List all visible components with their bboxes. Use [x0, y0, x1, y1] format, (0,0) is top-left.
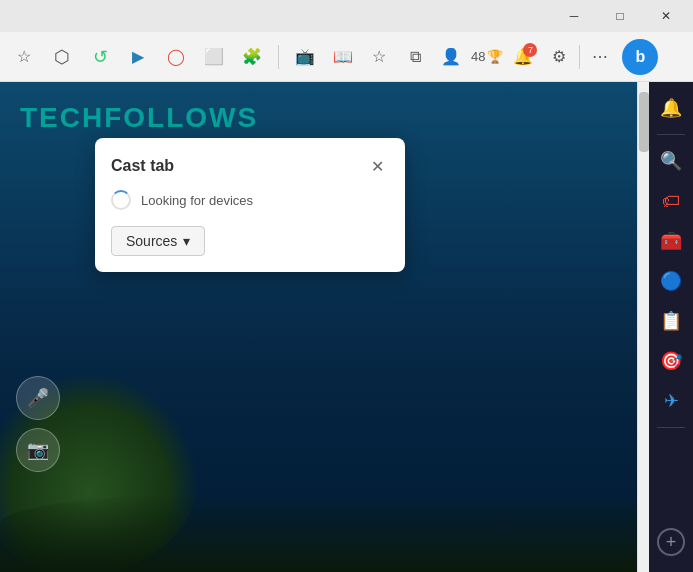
cast-popup-title: Cast tab — [111, 157, 174, 175]
favorites-icon[interactable]: ☆ — [363, 41, 395, 73]
minimize-button[interactable]: ─ — [551, 0, 597, 32]
sidebar-edge-icon[interactable]: 🔵 — [653, 263, 689, 299]
extension-icon-1[interactable]: ⬡ — [46, 41, 78, 73]
sources-button[interactable]: Sources ▾ — [111, 226, 205, 256]
microphone-icon: 🎤 — [27, 387, 49, 409]
sidebar-outlook-icon[interactable]: 📋 — [653, 303, 689, 339]
cast-close-button[interactable]: ✕ — [365, 154, 389, 178]
bookmark-icon[interactable]: ☆ — [8, 41, 40, 73]
fab-container: 🎤 📷 — [16, 376, 60, 472]
maximize-button[interactable]: □ — [597, 0, 643, 32]
divider-2 — [579, 45, 580, 69]
main-area: TECHFOLLOWS 🎤 📷 Cast tab ✕ Lo — [0, 82, 693, 572]
close-button[interactable]: ✕ — [643, 0, 689, 32]
extension-icon-3[interactable]: ▶ — [122, 41, 154, 73]
sidebar-target-icon[interactable]: 🎯 — [653, 343, 689, 379]
scrollbar[interactable] — [637, 82, 649, 572]
sidebar-add-button[interactable]: + — [657, 528, 685, 556]
extension-icon-2[interactable]: ↺ — [84, 41, 116, 73]
camera-icon: 📷 — [27, 439, 49, 461]
divider — [278, 45, 279, 69]
notification-bell-icon[interactable]: 🔔 7 — [507, 41, 539, 73]
microphone-fab[interactable]: 🎤 — [16, 376, 60, 420]
toolbar-right: 📖 ☆ ⧉ 👤 48 🏆 🔔 7 ⚙ ⋯ — [327, 41, 616, 73]
sidebar-divider-2 — [657, 427, 685, 428]
right-sidebar: 🔔 🔍 🏷 🧰 🔵 📋 🎯 ✈ + — [649, 82, 693, 572]
cast-icon[interactable]: 📺 — [289, 41, 321, 73]
score-display: 48 🏆 — [471, 49, 503, 64]
extension-icon-5[interactable]: ⬜ — [198, 41, 230, 73]
sources-label: Sources — [126, 233, 177, 249]
bing-button[interactable]: b — [622, 39, 658, 75]
sidebar-divider-1 — [657, 134, 685, 135]
chevron-down-icon: ▾ — [183, 233, 190, 249]
sidebar-tag-icon[interactable]: 🏷 — [653, 183, 689, 219]
title-bar: ─ □ ✕ — [0, 0, 693, 32]
close-icon: ✕ — [371, 157, 384, 176]
cast-status-row: Looking for devices — [111, 190, 389, 210]
scrollbar-thumb[interactable] — [639, 92, 649, 152]
notification-badge: 7 — [523, 43, 537, 57]
loading-spinner — [111, 190, 131, 210]
profile-icon[interactable]: 👤 — [435, 41, 467, 73]
more-options-icon[interactable]: ⋯ — [584, 41, 616, 73]
settings-icon[interactable]: ⚙ — [543, 41, 575, 73]
ground-area — [0, 492, 649, 572]
browser-toolbar: ☆ ⬡ ↺ ▶ ◯ ⬜ 🧩 📺 📖 ☆ ⧉ 👤 48 🏆 🔔 7 ⚙ ⋯ b — [0, 32, 693, 82]
sidebar-bell-icon[interactable]: 🔔 — [653, 90, 689, 126]
site-logo: TECHFOLLOWS — [20, 102, 258, 134]
sidebar-send-icon[interactable]: ✈ — [653, 383, 689, 419]
reading-view-icon[interactable]: 📖 — [327, 41, 359, 73]
trophy-icon: 🏆 — [487, 49, 503, 64]
cast-status-text: Looking for devices — [141, 193, 253, 208]
extension-icon-4[interactable]: ◯ — [160, 41, 192, 73]
bing-icon: b — [636, 48, 646, 66]
score-value: 48 — [471, 49, 485, 64]
sidebar-search-icon[interactable]: 🔍 — [653, 143, 689, 179]
extension-icon-6[interactable]: 🧩 — [236, 41, 268, 73]
cast-popup: Cast tab ✕ Looking for devices Sources ▾ — [95, 138, 405, 272]
collections-icon[interactable]: ⧉ — [399, 41, 431, 73]
sidebar-tools-icon[interactable]: 🧰 — [653, 223, 689, 259]
cast-popup-header: Cast tab ✕ — [111, 154, 389, 178]
camera-fab[interactable]: 📷 — [16, 428, 60, 472]
page-content: TECHFOLLOWS 🎤 📷 Cast tab ✕ Lo — [0, 82, 649, 572]
plus-icon: + — [666, 532, 677, 553]
